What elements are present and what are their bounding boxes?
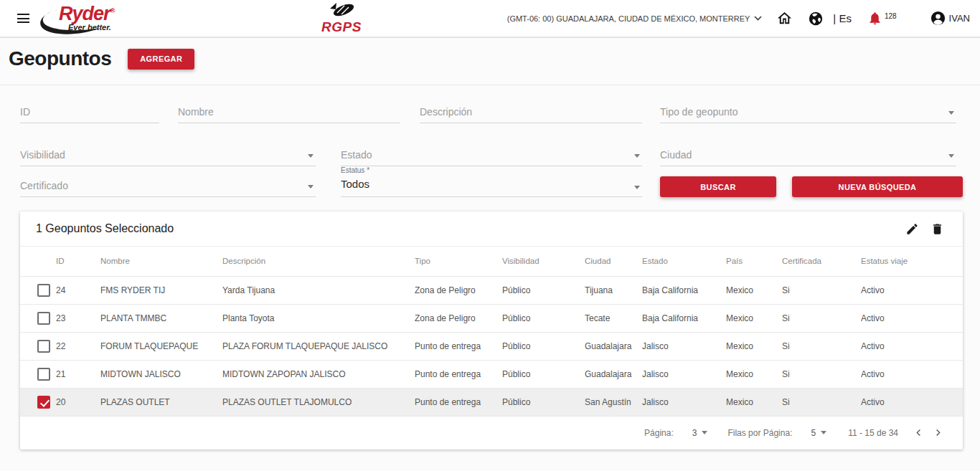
geopuntos-page: Ryder® Ever better. RGPS (GMT-06: 00) GU… (0, 0, 980, 471)
table-row[interactable]: 24 FMS RYDER TIJ Yarda Tijuana Zona de P… (20, 276, 963, 304)
row-checkbox[interactable] (37, 368, 50, 381)
select-arrow-icon (702, 431, 707, 434)
certificado-select[interactable]: Certificado (20, 176, 316, 197)
col-id: ID (56, 247, 100, 276)
select-arrow-icon (634, 154, 640, 158)
estatus-select[interactable]: Estatus * Todos (341, 166, 642, 197)
col-descripcion: Descripción (222, 247, 415, 276)
select-arrow-icon (634, 186, 640, 189)
notification-count-badge: 128 (885, 12, 897, 20)
globe-icon[interactable] (808, 11, 824, 27)
home-icon[interactable] (776, 10, 793, 27)
rgps-logo: RGPS (320, 2, 363, 37)
next-page-icon[interactable] (933, 428, 943, 437)
select-arrow-icon (821, 431, 826, 434)
col-certificada: Certificada (782, 247, 861, 276)
previous-page-icon[interactable] (914, 428, 923, 437)
notifications-button[interactable]: 128 (867, 11, 897, 26)
select-arrow-icon (308, 185, 314, 189)
col-nombre: Nombre (100, 247, 222, 276)
select-arrow-icon (948, 111, 954, 115)
col-estatus-viaje: Estatus viaje (861, 247, 963, 276)
page-title: Geopuntos (9, 47, 111, 70)
row-checkbox[interactable] (37, 284, 50, 297)
select-arrow-icon (948, 154, 954, 158)
visibilidad-select[interactable]: Visibilidad (20, 145, 316, 166)
timezone-text: (GMT-06: 00) GUADALAJARA, CIUDAD DE MÉXI… (507, 14, 750, 23)
estatus-value: Todos (341, 178, 642, 190)
language-switch[interactable]: | Es (833, 12, 852, 24)
col-estado: Estado (642, 247, 726, 276)
edit-icon[interactable] (905, 222, 919, 236)
table-header-row: ID Nombre Descripción Tipo Visibilidad C… (20, 247, 963, 276)
ryder-logo: Ryder® Ever better. (39, 3, 126, 36)
select-arrow-icon (308, 154, 314, 158)
table-row[interactable]: 22 FORUM TLAQUEPAQUE PLAZA FORUM TLAQUEP… (20, 332, 963, 360)
table-row[interactable]: 23 PLANTA TMMBC Planta Toyota Zona de Pe… (20, 304, 963, 332)
bell-icon (867, 11, 882, 26)
rows-per-page-select[interactable]: 5 (811, 428, 826, 438)
row-checkbox[interactable] (37, 340, 50, 353)
estado-select[interactable]: Estado (341, 145, 642, 166)
id-input[interactable] (20, 102, 159, 122)
page-label: Página: (644, 428, 674, 438)
pagination-bar: Página: 3 Filas por Página: 5 11 - 15 de… (20, 417, 963, 449)
geopuntos-table-card: 1 Geopuntos Seleccionado ID N (20, 211, 963, 449)
table-row[interactable]: 21 MIDTOWN JALISCO MIDTOWN ZAPOPAN JALIS… (20, 360, 963, 388)
estatus-label: Estatus * (341, 166, 642, 174)
col-visibilidad: Visibilidad (502, 247, 585, 276)
chevron-down-icon (754, 16, 762, 21)
row-checkbox[interactable] (37, 396, 50, 409)
hamburger-menu-icon[interactable] (17, 14, 29, 23)
buscar-button[interactable]: BUSCAR (660, 176, 776, 197)
app-header: Ryder® Ever better. RGPS (GMT-06: 00) GU… (0, 0, 980, 38)
table-row[interactable]: 20 PLAZAS OUTLET PLAZAS OUTLET TLAJOMULC… (20, 388, 963, 416)
ryder-tagline: Ever better. (68, 23, 111, 32)
username-label: IVAN (949, 13, 970, 24)
user-menu[interactable]: IVAN (930, 10, 970, 27)
ciudad-select[interactable]: Ciudad (660, 145, 956, 166)
rows-per-page-label: Filas por Página: (727, 428, 792, 438)
user-avatar-icon (930, 10, 946, 27)
descripcion-input[interactable] (420, 102, 642, 122)
timezone-selector[interactable]: (GMT-06: 00) GUADALAJARA, CIUDAD DE MÉXI… (507, 14, 763, 23)
agregar-button[interactable]: AGREGAR (128, 49, 194, 70)
row-checkbox[interactable] (37, 312, 50, 325)
nombre-input[interactable] (178, 102, 400, 122)
col-tipo: Tipo (415, 247, 502, 276)
nueva-busqueda-button[interactable]: NUEVA BÚSQUEDA (792, 176, 963, 197)
selection-summary: 1 Geopuntos Seleccionado (36, 222, 174, 235)
page-select[interactable]: 3 (692, 428, 708, 438)
rgps-wordmark: RGPS (320, 19, 363, 35)
geopuntos-table: ID Nombre Descripción Tipo Visibilidad C… (20, 247, 963, 417)
filters-panel: Tipo de geopunto Visibilidad Estado Ciud… (0, 85, 980, 211)
pagination-range: 11 - 15 de 34 (848, 428, 898, 438)
col-pais: País (726, 247, 782, 276)
col-ciudad: Ciudad (585, 247, 642, 276)
delete-icon[interactable] (930, 222, 944, 236)
satellite-icon (326, 2, 357, 18)
tipo-geopunto-select[interactable]: Tipo de geopunto (660, 102, 956, 123)
ryder-wordmark: Ryder® (59, 4, 114, 24)
